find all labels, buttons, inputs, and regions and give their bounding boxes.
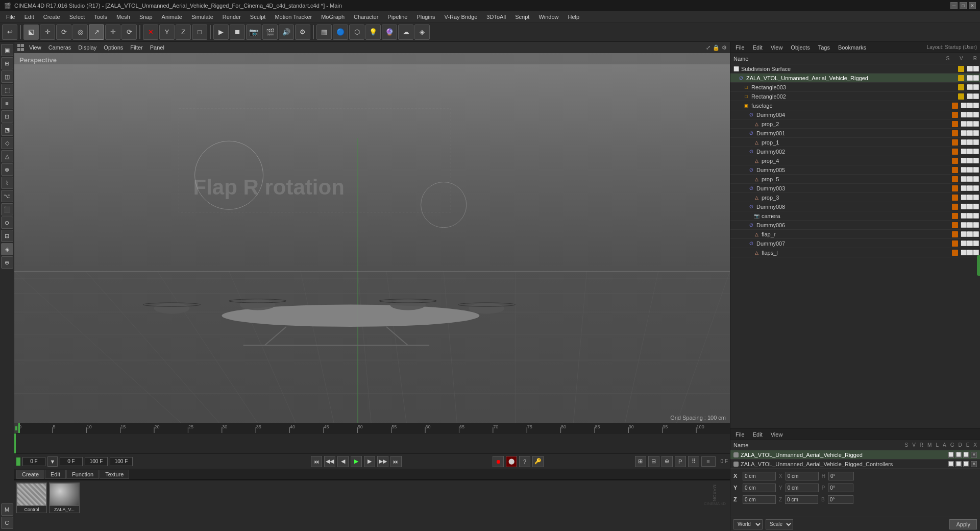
coord-z[interactable]: Z <box>176 25 191 40</box>
keyframe-btn[interactable]: 🔑 <box>532 456 544 467</box>
next-keyframe-button[interactable]: ▶▶ <box>377 456 388 467</box>
record-button[interactable]: ⏺ <box>493 456 504 467</box>
obj-item-flapsl[interactable]: △ flaps_l ⬜⬜⬜ <box>730 248 980 257</box>
right-edge-handle[interactable] <box>977 255 980 276</box>
current-frame-input[interactable] <box>22 457 45 466</box>
obj-item-dummy001[interactable]: ∅ Dummy001 ⬜⬜⬜ <box>730 129 980 138</box>
menu-motion-tracker[interactable]: Motion Tracker <box>271 13 316 21</box>
vp-icon-lock[interactable]: 🔒 <box>713 44 720 51</box>
obj-item-prop3[interactable]: △ prop_3 ⬜⬜⬜ <box>730 193 980 202</box>
left-btn-10[interactable]: ⊗ <box>1 163 13 176</box>
obj-item-prop5[interactable]: △ prop_5 ⬜⬜⬜ <box>730 175 980 184</box>
vp-menu-options[interactable]: Options <box>101 44 126 51</box>
mat-tab-edit[interactable]: Edit <box>45 470 66 479</box>
menu-pipeline[interactable]: Pipeline <box>383 13 411 21</box>
vp-menu-cameras[interactable]: Cameras <box>46 44 74 51</box>
obj-menu-file[interactable]: File <box>733 44 747 51</box>
vp-icon-config[interactable]: ⚙ <box>722 44 727 51</box>
obj-menu-bookmarks[interactable]: Bookmarks <box>836 44 868 51</box>
menu-3dtoall[interactable]: 3DToAll <box>482 13 510 21</box>
menu-animate[interactable]: Animate <box>158 13 186 21</box>
material-control[interactable]: Control <box>16 482 47 513</box>
hexa-tool[interactable]: ⬡ <box>349 25 364 40</box>
target-tool[interactable]: 🔮 <box>382 25 397 40</box>
apply-button[interactable]: Apply <box>949 519 977 529</box>
mode-points[interactable]: ⬕ <box>23 25 39 40</box>
obj-item-dummy006[interactable]: ∅ Dummy006 ⬜⬜⬜ <box>730 221 980 230</box>
obj-item-rect003[interactable]: □ Rectangle003 ⬜⬜ <box>730 83 980 92</box>
menu-mograph[interactable]: MoGraph <box>317 13 349 21</box>
menu-tools[interactable]: Tools <box>90 13 111 21</box>
b-rot-input[interactable] <box>828 495 853 504</box>
vp-menu-panel[interactable]: Panel <box>148 44 167 51</box>
left-btn-6[interactable]: ⊡ <box>1 110 13 123</box>
light-tool[interactable]: 💡 <box>365 25 381 40</box>
left-btn-13[interactable]: ⬛ <box>1 203 13 215</box>
obj-item-prop4[interactable]: △ prop_4 ⬜⬜⬜ <box>730 156 980 165</box>
play-button[interactable]: ▶ <box>351 456 362 467</box>
menu-help[interactable]: Help <box>564 13 584 21</box>
timeline-settings-btn[interactable]: ≡ <box>701 456 716 467</box>
frame-end-input[interactable] <box>85 457 108 466</box>
timeline-mode-5[interactable]: ⠿ <box>688 456 699 467</box>
rotate-tool[interactable]: ⟳ <box>121 25 137 40</box>
obj-item-dummy007[interactable]: ∅ Dummy007 ⬜⬜⬜ <box>730 239 980 248</box>
mat-tab-texture[interactable]: Texture <box>100 470 129 479</box>
menu-plugins[interactable]: Plugins <box>412 13 439 21</box>
obj-item-prop2[interactable]: △ prop_2 ⬜⬜⬜ <box>730 119 980 129</box>
left-btn-15[interactable]: ⊟ <box>1 230 13 242</box>
menu-create[interactable]: Create <box>39 13 64 21</box>
scale-tool[interactable]: ✛ <box>105 25 120 40</box>
left-btn-17[interactable]: ⊕ <box>1 256 13 269</box>
select-rect[interactable]: □ <box>192 25 207 40</box>
attr-menu-file[interactable]: File <box>733 431 747 438</box>
attr-row-1[interactable]: ZALA_VTOL_Unmanned_Aerial_Vehicle_Rigged… <box>730 450 980 460</box>
mat-tab-create[interactable]: Create <box>16 470 44 479</box>
menu-select[interactable]: Select <box>65 13 89 21</box>
timeline-mode-4[interactable]: P <box>675 456 686 467</box>
material-zala[interactable]: ZALA_V... <box>49 482 80 513</box>
menu-file[interactable]: File <box>2 13 19 21</box>
scale-select[interactable]: Scale Size <box>766 519 793 529</box>
attr-menu-view[interactable]: View <box>769 431 785 438</box>
obj-item-prop1[interactable]: △ prop_1 ⬜⬜⬜ <box>730 138 980 147</box>
array-tool[interactable]: ▦ <box>316 25 332 40</box>
timeline-mode-3[interactable]: ⊕ <box>662 456 673 467</box>
obj-item-dummy008[interactable]: ∅ Dummy008 ⬜⬜⬜ <box>730 202 980 211</box>
left-btn-11[interactable]: ⌇ <box>1 177 13 189</box>
obj-item-subdivision[interactable]: ⬜ Subdivision Surface ⬜⬜ <box>730 64 980 74</box>
obj-item-camera[interactable]: 📷 camera ⬜⬜⬜ <box>730 211 980 221</box>
timeline-track[interactable] <box>14 433 730 453</box>
mode-edges[interactable]: ✛ <box>40 25 55 40</box>
render-preview[interactable]: ▶ <box>213 25 229 40</box>
obj-menu-objects[interactable]: Objects <box>789 44 812 51</box>
menu-character[interactable]: Character <box>350 13 382 21</box>
left-btn-bottom-1[interactable]: M <box>1 503 13 516</box>
frame-step-btn[interactable]: ▼ <box>47 456 58 467</box>
next-frame-button[interactable]: ▶ <box>364 456 375 467</box>
obj-item-dummy002[interactable]: ∅ Dummy002 ⬜⬜⬜ <box>730 147 980 156</box>
motion-record-btn[interactable]: ? <box>519 456 530 467</box>
obj-item-zala-main[interactable]: ∅ ZALA_VTOL_Unmanned_Aerial_Vehicle_Rigg… <box>730 74 980 83</box>
x-size-input[interactable] <box>786 472 819 480</box>
render-region[interactable]: ✕ <box>143 25 158 40</box>
left-btn-select[interactable]: ▣ <box>1 44 13 56</box>
vp-menu-display[interactable]: Display <box>76 44 99 51</box>
left-btn-12[interactable]: ⌥ <box>1 190 13 202</box>
vp-menu-filter[interactable]: Filter <box>128 44 145 51</box>
left-btn-bottom-2[interactable]: C <box>1 517 13 529</box>
render-to-po[interactable]: 🎬 <box>262 25 278 40</box>
coord-y[interactable]: Y <box>159 25 175 40</box>
menu-edit[interactable]: Edit <box>20 13 38 21</box>
mat-tab-function[interactable]: Function <box>66 470 99 479</box>
cloud-tool[interactable]: ☁ <box>398 25 413 40</box>
menu-mesh[interactable]: Mesh <box>112 13 134 21</box>
diamond-tool[interactable]: ◈ <box>414 25 430 40</box>
obj-item-dummy004[interactable]: ∅ Dummy004 ⬜⬜⬜ <box>730 110 980 119</box>
left-btn-14[interactable]: ⊙ <box>1 216 13 229</box>
goto-start-button[interactable]: ⏮ <box>311 456 322 467</box>
left-btn-2[interactable]: ⊞ <box>1 57 13 69</box>
left-btn-16[interactable]: ◈ <box>1 243 13 255</box>
frame-start-input[interactable] <box>60 457 83 466</box>
render-stop[interactable]: ⏹ <box>230 25 245 40</box>
